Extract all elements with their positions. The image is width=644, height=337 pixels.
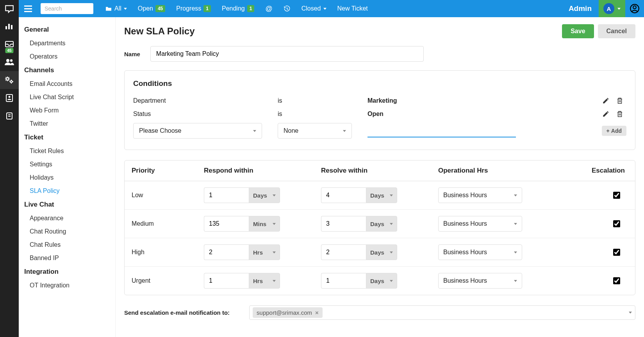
nav-all[interactable]: All	[105, 5, 127, 12]
respond-value-input[interactable]	[204, 273, 249, 289]
caret-down-icon	[390, 251, 393, 253]
side-live-chat-script[interactable]: Live Chat Script	[19, 91, 115, 104]
side-banned-ip[interactable]: Banned IP	[19, 251, 115, 265]
condition-op-select[interactable]: None	[278, 123, 352, 139]
side-holidays[interactable]: Holidays	[19, 171, 115, 184]
policy-name-input[interactable]	[150, 46, 424, 62]
caret-down-icon	[390, 280, 393, 282]
priority-table: Priority Respond within Resolve within O…	[124, 160, 635, 295]
conditions-title: Conditions	[133, 79, 626, 88]
page-title: New SLA Policy	[124, 26, 195, 37]
ophrs-select[interactable]: Business Hours	[438, 273, 522, 289]
users-icon	[4, 59, 14, 66]
edit-icon[interactable]	[602, 111, 609, 118]
respond-value-input[interactable]	[204, 187, 249, 203]
search-input[interactable]	[41, 3, 93, 14]
escalation-email-label: Send escalation e-mail notification to:	[124, 309, 230, 316]
condition-row: Status is Open	[133, 107, 626, 121]
escalation-checkbox[interactable]	[613, 220, 620, 227]
side-chat-routing[interactable]: Chat Routing	[19, 225, 115, 238]
condition-field: Department	[133, 97, 278, 104]
rail-users[interactable]	[0, 53, 19, 71]
th-priority: Priority	[132, 167, 204, 175]
ophrs-select[interactable]: Business Hours	[438, 216, 522, 232]
user-menu[interactable]: A	[599, 0, 625, 17]
caret-down-icon	[514, 223, 517, 225]
condition-op: is	[278, 111, 367, 118]
escalation-checkbox[interactable]	[613, 277, 620, 284]
menu-toggle[interactable]	[19, 0, 37, 17]
nav-history[interactable]	[284, 5, 291, 12]
ophrs-select[interactable]: Business Hours	[438, 244, 522, 260]
save-button[interactable]: Save	[562, 24, 594, 38]
respond-unit-select[interactable]: Days	[249, 187, 280, 203]
escalation-checkbox[interactable]	[613, 249, 620, 256]
condition-value: Open	[367, 111, 587, 118]
resolve-value-input[interactable]	[321, 187, 366, 203]
resolve-value-input[interactable]	[321, 244, 366, 260]
svg-rect-4	[11, 25, 12, 29]
respond-unit-select[interactable]: Hrs	[249, 273, 280, 289]
side-chat-rules[interactable]: Chat Rules	[19, 238, 115, 251]
delete-icon[interactable]	[616, 97, 623, 104]
th-ophrs: Operational Hrs	[438, 167, 555, 175]
ophrs-select[interactable]: Business Hours	[438, 187, 522, 203]
resolve-unit-select[interactable]: Days	[366, 273, 397, 289]
resolve-unit-select[interactable]: Days	[366, 187, 397, 203]
resolve-value-input[interactable]	[321, 216, 366, 232]
resolve-unit-select[interactable]: Days	[366, 244, 397, 260]
open-count-badge: 45	[155, 5, 165, 12]
side-ticket-rules[interactable]: Ticket Rules	[19, 144, 115, 158]
nav-progress[interactable]: Progress 1	[176, 5, 211, 12]
side-web-form[interactable]: Web Form	[19, 104, 115, 117]
respond-unit-select[interactable]: Hrs	[249, 244, 280, 260]
side-email-accounts[interactable]: Email Accounts	[19, 77, 115, 91]
side-departments[interactable]: Departments	[19, 37, 115, 50]
caret-down-icon	[390, 194, 393, 196]
edit-icon[interactable]	[602, 97, 609, 104]
side-heading-integration: Integration	[19, 265, 115, 279]
respond-unit-select[interactable]: Mins	[249, 216, 280, 232]
side-operators[interactable]: Operators	[19, 50, 115, 63]
side-appearance[interactable]: Appearance	[19, 212, 115, 225]
side-sla-policy[interactable]: SLA Policy	[19, 184, 115, 198]
contact-icon	[5, 94, 13, 102]
side-ot-integration[interactable]: OT Integration	[19, 279, 115, 292]
escalation-checkbox[interactable]	[613, 192, 620, 199]
delete-icon[interactable]	[616, 111, 623, 118]
priority-row: HighHrsDaysBusiness Hours	[125, 238, 635, 266]
nav-open[interactable]: Open 45	[138, 5, 166, 12]
caret-down-icon	[273, 280, 276, 282]
rail-settings[interactable]	[0, 71, 19, 89]
chip-remove-icon[interactable]: ×	[315, 309, 319, 316]
rail-kb[interactable]	[0, 107, 19, 125]
rail-contacts[interactable]	[0, 89, 19, 107]
chart-icon	[5, 22, 14, 30]
cancel-button[interactable]: Cancel	[598, 24, 635, 38]
condition-value-input[interactable]	[367, 124, 516, 137]
app-logo[interactable]	[0, 0, 19, 17]
caret-down-icon	[343, 130, 346, 132]
escalation-email-input[interactable]: support@srimax.com ×	[249, 305, 635, 320]
rail-analytics[interactable]	[0, 17, 19, 35]
name-label: Name	[124, 51, 140, 57]
condition-op: is	[278, 97, 367, 104]
side-heading-ticket: Ticket	[19, 130, 115, 144]
condition-field-select[interactable]: Please Choose	[133, 123, 262, 139]
add-condition-button[interactable]: +Add	[602, 126, 626, 136]
nav-pending[interactable]: Pending 1	[222, 5, 254, 12]
nav-new-ticket[interactable]: New Ticket	[337, 5, 368, 12]
resolve-value-input[interactable]	[321, 273, 366, 289]
condition-field: Status	[133, 111, 278, 118]
priority-label: Medium	[132, 220, 204, 227]
side-settings[interactable]: Settings	[19, 158, 115, 171]
history-icon	[284, 5, 291, 12]
rail-tickets[interactable]: 45	[0, 35, 19, 53]
side-twitter[interactable]: Twitter	[19, 117, 115, 130]
nav-mentions[interactable]: @	[265, 5, 272, 13]
resolve-unit-select[interactable]: Days	[366, 216, 397, 232]
profile-icon[interactable]	[625, 0, 644, 17]
respond-value-input[interactable]	[204, 244, 249, 260]
nav-closed[interactable]: Closed	[301, 5, 326, 12]
respond-value-input[interactable]	[204, 216, 249, 232]
